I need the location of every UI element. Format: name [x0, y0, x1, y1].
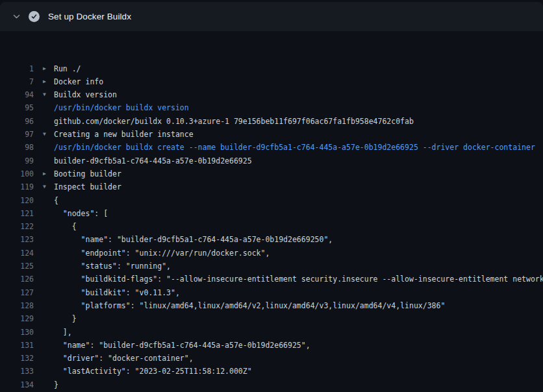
output-text: "buildkitd-flags": "--allow-insecure-ent…: [54, 273, 543, 286]
log-line-row: 98/usr/bin/docker buildx create --name b…: [0, 141, 543, 154]
log-line-row: 123 "name": "builder-d9cfb5a1-c764-445a-…: [0, 233, 543, 246]
log-line-row: 128 "platforms": "linux/amd64,linux/amd6…: [0, 299, 543, 312]
line-number[interactable]: 134: [0, 378, 34, 391]
line-number[interactable]: 98: [0, 141, 34, 154]
log-line-row: 127 "buildkit": "v0.11.3",: [0, 286, 543, 299]
line-number[interactable]: 131: [0, 339, 34, 352]
log-line-row: 129 }: [0, 312, 543, 325]
gutter-spacer: [34, 220, 54, 233]
gutter-spacer: [34, 115, 54, 128]
log-line-row: 131 "name": "builder-d9cfb5a1-c764-445a-…: [0, 339, 543, 352]
output-text: github.com/docker/buildx 0.10.3+azure-1 …: [54, 115, 414, 128]
line-number[interactable]: 121: [0, 207, 34, 220]
command-text: /usr/bin/docker buildx create --name bui…: [54, 141, 535, 154]
gutter-spacer: [34, 286, 54, 299]
gutter-spacer: [34, 326, 54, 339]
output-text: "endpoint": "unix:///var/run/docker.sock…: [54, 247, 270, 260]
output-text: "driver": "docker-container",: [54, 352, 194, 365]
log-viewer: 1▶Run ./7▶Docker info94▼Buildx version95…: [0, 31, 543, 392]
output-text: }: [54, 312, 77, 325]
output-text: builder-d9cfb5a1-c764-445a-a57e-0b19d2e6…: [54, 154, 252, 167]
gutter-spacer: [34, 299, 54, 312]
line-number[interactable]: 120: [0, 194, 34, 207]
log-line-row: 96github.com/docker/buildx 0.10.3+azure-…: [0, 115, 543, 128]
gutter-spacer: [34, 207, 54, 220]
log-group-row[interactable]: 1▶Run ./: [0, 62, 543, 75]
group-label: Run ./: [54, 62, 81, 75]
line-number[interactable]: 122: [0, 220, 34, 233]
gutter-spacer: [34, 312, 54, 325]
gutter-spacer: [34, 365, 54, 378]
log-line-row: 124 "endpoint": "unix:///var/run/docker.…: [0, 247, 543, 260]
gutter-spacer: [34, 339, 54, 352]
line-number[interactable]: 96: [0, 115, 34, 128]
line-number[interactable]: 7: [0, 75, 34, 88]
line-number[interactable]: 97: [0, 128, 34, 141]
gutter-spacer: [34, 260, 54, 273]
output-text: "buildkit": "v0.11.3",: [54, 286, 180, 299]
group-collapsed-icon[interactable]: ▶: [34, 167, 54, 180]
gutter-spacer: [34, 233, 54, 246]
log-group-row[interactable]: 100▶Booting builder: [0, 167, 543, 180]
line-number[interactable]: 124: [0, 247, 34, 260]
line-number[interactable]: 1: [0, 62, 34, 75]
step-header[interactable]: Set up Docker Buildx: [0, 2, 543, 31]
log-line-row: 130 ],: [0, 326, 543, 339]
line-number[interactable]: 133: [0, 365, 34, 378]
line-number[interactable]: 129: [0, 312, 34, 325]
log-line-row: 133 "lastActivity": "2023-02-25T11:58:12…: [0, 365, 543, 378]
output-text: "name": "builder-d9cfb5a1-c764-445a-a57e…: [54, 233, 333, 246]
line-number[interactable]: 99: [0, 154, 34, 167]
group-label: Creating a new builder instance: [54, 128, 194, 141]
gutter-spacer: [34, 352, 54, 365]
line-number[interactable]: 95: [0, 101, 34, 114]
log-line-row: 125 "status": "running",: [0, 260, 543, 273]
line-number[interactable]: 125: [0, 260, 34, 273]
output-text: "status": "running",: [54, 260, 171, 273]
gutter-spacer: [34, 154, 54, 167]
step-success-check-icon: [29, 11, 40, 22]
output-text: }: [54, 378, 58, 391]
group-expanded-icon[interactable]: ▼: [34, 88, 54, 101]
log-group-row[interactable]: 119▼Inspect builder: [0, 180, 543, 193]
group-expanded-icon[interactable]: ▼: [34, 128, 54, 141]
line-number[interactable]: 123: [0, 233, 34, 246]
output-text: "name": "builder-d9cfb5a1-c764-445a-a57e…: [54, 339, 310, 352]
log-group-row[interactable]: 97▼Creating a new builder instance: [0, 128, 543, 141]
line-number[interactable]: 119: [0, 180, 34, 193]
command-text: /usr/bin/docker buildx version: [54, 101, 189, 114]
log-line-row: 126 "buildkitd-flags": "--allow-insecure…: [0, 273, 543, 286]
gutter-spacer: [34, 141, 54, 154]
output-text: {: [54, 220, 77, 233]
gutter-spacer: [34, 273, 54, 286]
log-group-row[interactable]: 7▶Docker info: [0, 75, 543, 88]
line-number[interactable]: 132: [0, 352, 34, 365]
step-title: Set up Docker Buildx: [48, 12, 131, 21]
line-number[interactable]: 130: [0, 326, 34, 339]
gutter-spacer: [34, 378, 54, 391]
chevron-down-icon[interactable]: [12, 12, 21, 21]
log-line-row: 120{: [0, 194, 543, 207]
group-expanded-icon[interactable]: ▼: [34, 180, 54, 193]
line-number[interactable]: 127: [0, 286, 34, 299]
output-text: {: [54, 194, 58, 207]
gutter-spacer: [34, 194, 54, 207]
log-line-row: 121 "nodes": [: [0, 207, 543, 220]
group-collapsed-icon[interactable]: ▶: [34, 75, 54, 88]
log-line-row: 134}: [0, 378, 543, 391]
log-line-row: 95/usr/bin/docker buildx version: [0, 101, 543, 114]
output-text: "lastActivity": "2023-02-25T11:58:12.000…: [54, 365, 252, 378]
output-text: "nodes": [: [54, 207, 108, 220]
line-number[interactable]: 126: [0, 273, 34, 286]
group-collapsed-icon[interactable]: ▶: [34, 62, 54, 75]
log-line-row: 132 "driver": "docker-container",: [0, 352, 543, 365]
group-label: Booting builder: [54, 167, 121, 180]
log-group-row[interactable]: 94▼Buildx version: [0, 88, 543, 101]
line-number[interactable]: 94: [0, 88, 34, 101]
line-number[interactable]: 128: [0, 299, 34, 312]
output-text: ],: [54, 326, 72, 339]
line-number[interactable]: 100: [0, 167, 34, 180]
log-line-row: 99builder-d9cfb5a1-c764-445a-a57e-0b19d2…: [0, 154, 543, 167]
log-line-row: 122 {: [0, 220, 543, 233]
group-label: Docker info: [54, 75, 103, 88]
